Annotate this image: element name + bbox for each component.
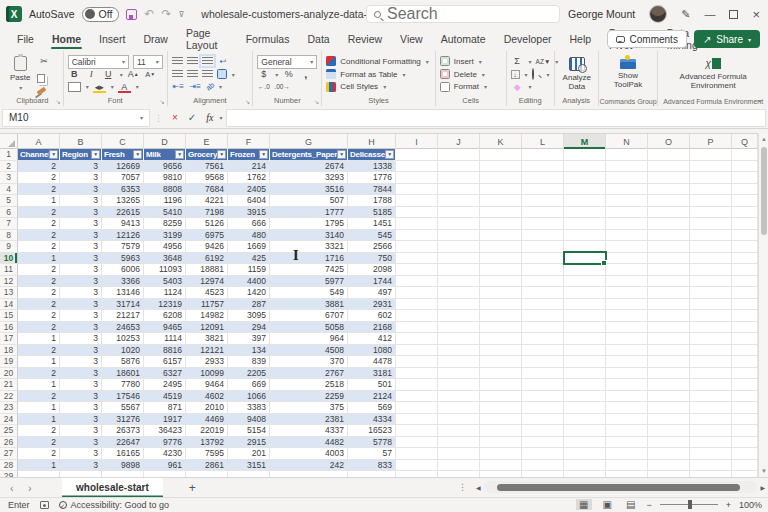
cell-L20[interactable] (522, 368, 564, 380)
cell-M16[interactable] (564, 322, 606, 334)
column-header-K[interactable]: K (480, 134, 522, 149)
cell-P16[interactable] (690, 322, 732, 334)
cell-H14[interactable]: 2931 (348, 299, 396, 311)
comments-button[interactable]: Comments (607, 30, 687, 48)
font-color-button[interactable]: A (118, 81, 131, 93)
cell-O7[interactable] (648, 218, 690, 230)
cell-C24[interactable]: 31276 (102, 414, 144, 426)
cell-J27[interactable] (438, 448, 480, 460)
cell-K25[interactable] (480, 425, 522, 437)
cell-A22[interactable]: 2 (18, 391, 60, 403)
cell-F25[interactable]: 5154 (228, 425, 270, 437)
cell-I27[interactable] (396, 448, 438, 460)
cell-I4[interactable] (396, 184, 438, 196)
cell-P11[interactable] (690, 264, 732, 276)
cell-Q4[interactable] (732, 184, 758, 196)
cell-O13[interactable] (648, 287, 690, 299)
cell-O3[interactable] (648, 172, 690, 184)
cell-K28[interactable] (480, 460, 522, 472)
align-bottom-icon[interactable] (202, 57, 213, 65)
cell-P27[interactable] (690, 448, 732, 460)
filter-button-Detergents_Paper[interactable]: ▼ (337, 150, 346, 159)
cell-A4[interactable]: 2 (18, 184, 60, 196)
cell-L1[interactable] (522, 149, 564, 161)
cell-E8[interactable]: 6975 (186, 230, 228, 242)
cell-C8[interactable]: 12126 (102, 230, 144, 242)
cell-K13[interactable] (480, 287, 522, 299)
cell-I6[interactable] (396, 207, 438, 219)
row-header-14[interactable]: 14 (0, 299, 18, 311)
cell-H6[interactable]: 5185 (348, 207, 396, 219)
cell-G27[interactable]: 4003 (270, 448, 348, 460)
cell-O11[interactable] (648, 264, 690, 276)
cell-L3[interactable] (522, 172, 564, 184)
cell-E27[interactable]: 7595 (186, 448, 228, 460)
cell-K26[interactable] (480, 437, 522, 449)
cell-E17[interactable]: 3821 (186, 333, 228, 345)
cell-C19[interactable]: 5876 (102, 356, 144, 368)
cell-G22[interactable]: 2259 (270, 391, 348, 403)
cell-N14[interactable] (606, 299, 648, 311)
cell-F27[interactable]: 201 (228, 448, 270, 460)
cell-G2[interactable]: 2674 (270, 161, 348, 173)
cell-C20[interactable]: 18601 (102, 368, 144, 380)
decrease-font-icon[interactable]: A▼ (144, 68, 157, 80)
sheet-tab-wholesale-start[interactable]: wholesale-start (62, 478, 163, 498)
cell-O27[interactable] (648, 448, 690, 460)
format-painter-icon[interactable] (37, 87, 47, 95)
cell-E23[interactable]: 2010 (186, 402, 228, 414)
cell-N3[interactable] (606, 172, 648, 184)
number-launcher-icon[interactable]: ↘ (314, 98, 319, 105)
align-center-icon[interactable] (187, 70, 198, 78)
cell-B18[interactable]: 3 (60, 345, 102, 357)
column-header-F[interactable]: F (228, 134, 270, 149)
cell-A16[interactable]: 2 (18, 322, 60, 334)
cell-M11[interactable] (564, 264, 606, 276)
cell-M25[interactable] (564, 425, 606, 437)
cell-M26[interactable] (564, 437, 606, 449)
find-select-icon[interactable] (532, 69, 542, 79)
row-header-18[interactable]: 18 (0, 345, 18, 357)
cell-N24[interactable] (606, 414, 648, 426)
cell-styles-button[interactable]: Cell Styles ▾ (326, 80, 430, 93)
row-header-25[interactable]: 25 (0, 425, 18, 437)
cell-E1[interactable]: Grocery▼ (186, 149, 228, 161)
cell-F18[interactable]: 134 (228, 345, 270, 357)
cell-Q20[interactable] (732, 368, 758, 380)
cell-C14[interactable]: 31714 (102, 299, 144, 311)
fill-icon[interactable]: ↓ (511, 70, 520, 79)
cell-J19[interactable] (438, 356, 480, 368)
cell-K10[interactable] (480, 253, 522, 265)
row-header-6[interactable]: 6 (0, 207, 18, 219)
percent-button[interactable]: % (282, 68, 295, 80)
cell-H20[interactable]: 3181 (348, 368, 396, 380)
cell-D21[interactable]: 2495 (144, 379, 186, 391)
cell-C23[interactable]: 5567 (102, 402, 144, 414)
cell-J1[interactable] (438, 149, 480, 161)
column-header-N[interactable]: N (606, 134, 648, 149)
cell-B28[interactable]: 3 (60, 460, 102, 472)
cell-G1[interactable]: Detergents_Paper▼ (270, 149, 348, 161)
cell-K16[interactable] (480, 322, 522, 334)
cell-P28[interactable] (690, 460, 732, 472)
tab-formulas[interactable]: Formulas (237, 28, 299, 49)
cell-O26[interactable] (648, 437, 690, 449)
tab-help[interactable]: Help (561, 28, 601, 49)
cell-A24[interactable]: 1 (18, 414, 60, 426)
cell-P18[interactable] (690, 345, 732, 357)
cell-N28[interactable] (606, 460, 648, 472)
cell-L17[interactable] (522, 333, 564, 345)
filter-button-Fresh[interactable]: ▼ (133, 150, 142, 159)
paste-button[interactable]: Paste ▾ (6, 53, 34, 95)
cell-N18[interactable] (606, 345, 648, 357)
cell-F8[interactable]: 480 (228, 230, 270, 242)
clipboard-launcher-icon[interactable]: ↘ (56, 98, 61, 105)
cell-B23[interactable]: 3 (60, 402, 102, 414)
column-header-I[interactable]: I (396, 134, 438, 149)
cell-P14[interactable] (690, 299, 732, 311)
cell-N12[interactable] (606, 276, 648, 288)
cell-H24[interactable]: 4334 (348, 414, 396, 426)
cell-D7[interactable]: 8259 (144, 218, 186, 230)
cell-A7[interactable]: 2 (18, 218, 60, 230)
cell-L2[interactable] (522, 161, 564, 173)
